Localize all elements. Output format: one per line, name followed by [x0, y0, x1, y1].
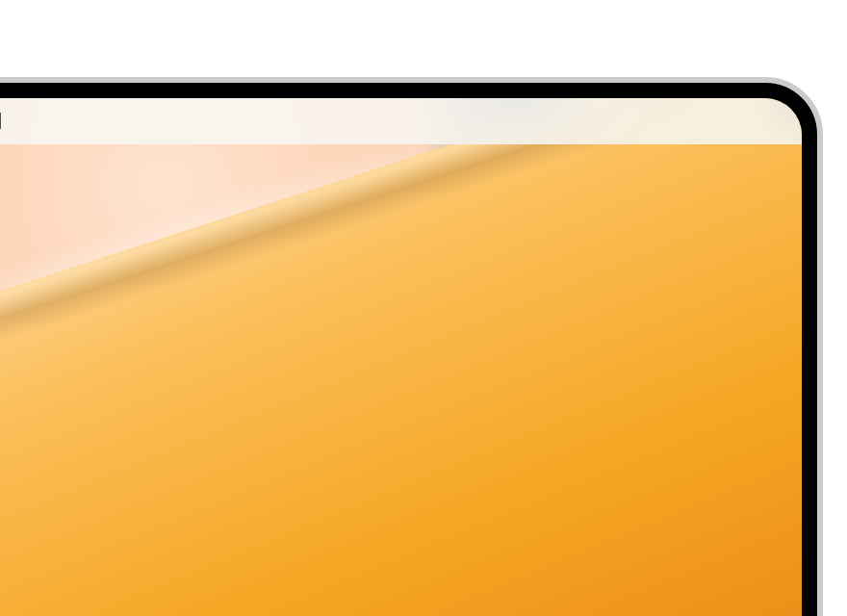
menu-bar-clock[interactable]: Tue Nov 89:41 AM — [0, 109, 3, 135]
menu-bar: Tue Nov 89:41 AM — [0, 98, 802, 144]
laptop-bezel: Tue Nov 89:41 AM Latest Backup to “Exter… — [0, 77, 823, 616]
menu-bar-time: 9:41 AM — [0, 109, 3, 134]
desktop-wallpaper — [0, 98, 802, 616]
